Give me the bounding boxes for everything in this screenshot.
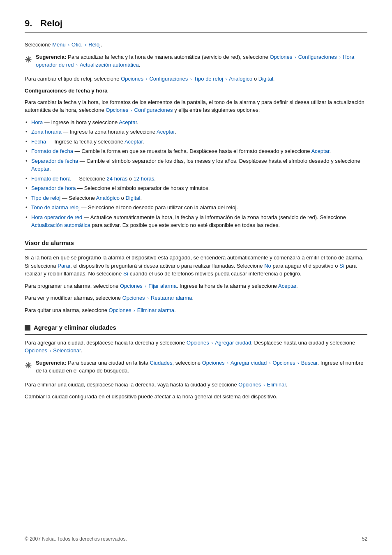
fecha-hora-desc: Para cambiar la fecha y la hora, los for… xyxy=(25,98,367,114)
fh-opciones-link[interactable]: Opciones xyxy=(106,107,128,113)
tip2-agregar-ciudad-link[interactable]: Agregar ciudad xyxy=(231,360,267,366)
nav-ofic-link[interactable]: Ofic. xyxy=(71,42,83,48)
chevron-tc-1: › xyxy=(146,76,149,81)
sep-fecha-link[interactable]: Separador de fecha xyxy=(31,158,78,164)
chevron-tip2-3: › xyxy=(297,361,300,365)
prog-opciones-link[interactable]: Opciones xyxy=(120,283,143,289)
footer: © 2007 Nokia. Todos los derechos reserva… xyxy=(25,535,367,543)
section-number: 9. xyxy=(25,16,32,30)
nav-reloj-link[interactable]: Reloj xyxy=(88,42,101,48)
chevron-ver-1: › xyxy=(147,296,150,301)
nav-intro-text: Seleccione xyxy=(25,42,52,48)
fh-configuraciones-link[interactable]: Configuraciones xyxy=(134,107,173,113)
eliminar-alarma-link[interactable]: Eliminar alarma xyxy=(137,307,174,313)
nav-menu-link[interactable]: Menú xyxy=(52,42,66,48)
eliminar-link[interactable]: Eliminar xyxy=(267,382,286,388)
tc-analogico-link[interactable]: Analógico xyxy=(229,76,252,82)
tip-box-2: ✳ Sugerencia: Para buscar una ciudad en … xyxy=(25,359,367,375)
type-change-para: Para cambiar el tipo de reloj, seleccion… xyxy=(25,75,367,83)
formato-fecha-link[interactable]: Formato de fecha xyxy=(31,148,73,154)
restaurar-alarma-link[interactable]: Restaurar alarma xyxy=(151,295,192,301)
copyright-text: © 2007 Nokia. Todos los derechos reserva… xyxy=(25,535,127,543)
zona-aceptar-link[interactable]: Aceptar xyxy=(157,129,175,135)
hora-link[interactable]: Hora xyxy=(31,119,43,125)
chevron-icon-2: › xyxy=(85,42,88,47)
agregar-title: Agregar y eliminar ciudades xyxy=(34,323,116,333)
visor-para-2: Para programar una alarma, seleccione Op… xyxy=(25,282,367,290)
section-title: Reloj xyxy=(40,16,62,30)
chevron-quitar-1: › xyxy=(134,308,136,313)
section-header: 9. Reloj xyxy=(25,16,367,33)
chevron-tip2-2: › xyxy=(269,361,272,365)
agr-opciones-link[interactable]: Opciones xyxy=(187,340,209,346)
no-link[interactable]: No xyxy=(264,263,271,269)
options-list: Hora — Ingrese la hora y seleccione Acep… xyxy=(25,118,367,229)
tip-icon-1: ✳ xyxy=(25,53,32,66)
list-item-hora: Hora — Ingrese la hora y seleccione Acep… xyxy=(25,118,367,127)
si-link-1[interactable]: Sí xyxy=(339,263,344,269)
prog-aceptar-link[interactable]: Aceptar xyxy=(278,283,296,289)
si-link-2[interactable]: Sí xyxy=(123,271,128,277)
24horas-link[interactable]: 24 horas xyxy=(107,176,128,182)
tc-opciones-link[interactable]: Opciones xyxy=(121,76,143,82)
fecha-hora-title: Configuraciones de fecha y hora xyxy=(25,87,367,95)
tipo-digital-link[interactable]: Digital xyxy=(125,195,140,201)
tip1-configuraciones-link[interactable]: Configuraciones xyxy=(298,54,337,60)
agregar-para-3: Cambiar la ciudad configurada en el disp… xyxy=(25,393,367,401)
list-item-tipo-reloj: Tipo de reloj — Seleccione Analógico o D… xyxy=(25,194,367,202)
chevron-t1-3: › xyxy=(76,62,79,67)
tip2-opciones2-link[interactable]: Opciones xyxy=(273,360,295,366)
chevron-t1-2: › xyxy=(339,55,342,60)
tip1-actualizacion-link[interactable]: Actualización automática xyxy=(80,62,139,68)
chevron-t1-1: › xyxy=(295,55,297,60)
sep-fecha-aceptar-link[interactable]: Aceptar xyxy=(31,166,49,172)
list-item-sep-hora: Separador de hora — Seleccione el símbol… xyxy=(25,184,367,192)
tip-box-1: ✳ Sugerencia: Para actualizar la fecha y… xyxy=(25,53,367,69)
tipo-reloj-link[interactable]: Tipo de reloj xyxy=(31,195,60,201)
hora-red-link[interactable]: Hora operador de red xyxy=(31,214,82,220)
fecha-aceptar-link[interactable]: Aceptar xyxy=(125,139,143,145)
fecha-link[interactable]: Fecha xyxy=(31,139,46,145)
visor-alarmas-title: Visor de alarmas xyxy=(25,238,74,248)
hora-aceptar-link[interactable]: Aceptar xyxy=(119,119,137,125)
list-item-tono-alarma: Tono de alarma reloj — Seleccione el ton… xyxy=(25,204,367,212)
tip1-opciones-link[interactable]: Opciones xyxy=(270,54,292,60)
agregar-square-icon xyxy=(25,325,30,331)
fijar-alarma-link[interactable]: Fijar alarma xyxy=(148,283,177,289)
agr-opciones2-link[interactable]: Opciones xyxy=(25,347,47,354)
list-item-formato-fecha: Formato de fecha — Cambie la forma en qu… xyxy=(25,147,367,155)
tono-alarma-link[interactable]: Tono de alarma reloj xyxy=(31,204,80,210)
formato-hora-link[interactable]: Formato de hora xyxy=(31,176,71,182)
tip-icon-2: ✳ xyxy=(25,359,32,372)
list-item-formato-hora: Formato de hora — Seleccione 24 horas o … xyxy=(25,175,367,183)
agregar-header: Agregar y eliminar ciudades xyxy=(25,323,367,335)
tip-bold-1: Sugerencia: xyxy=(36,54,66,60)
elim-opciones-link[interactable]: Opciones xyxy=(238,382,261,388)
tip2-opciones-link[interactable]: Opciones xyxy=(202,360,225,366)
tc-tipo-link[interactable]: Tipo de reloj xyxy=(194,76,223,82)
parar-link[interactable]: Parar xyxy=(58,263,70,269)
tip-text-1: Sugerencia: Para actualizar la fecha y l… xyxy=(36,53,367,69)
tip-bold-2: Sugerencia: xyxy=(36,360,66,366)
buscar-link[interactable]: Buscar xyxy=(301,360,318,366)
zona-link[interactable]: Zona horaria xyxy=(31,129,62,135)
quitar-opciones-link[interactable]: Opciones xyxy=(109,307,131,313)
sep-hora-link[interactable]: Separador de hora xyxy=(31,185,76,191)
agregar-section: Agregar y eliminar ciudades Para agregar… xyxy=(25,323,367,401)
chevron-agr-2: › xyxy=(50,348,53,353)
tc-configuraciones-link[interactable]: Configuraciones xyxy=(149,76,188,82)
subsection-fecha-hora: Configuraciones de fecha y hora Para cam… xyxy=(25,87,367,114)
formato-fecha-aceptar-link[interactable]: Aceptar xyxy=(311,148,329,154)
tc-digital-link[interactable]: Digital xyxy=(258,76,273,82)
agregar-ciudad-link[interactable]: Agregar ciudad xyxy=(215,340,251,346)
actualizacion-auto-link[interactable]: Actualización automática xyxy=(31,222,90,228)
tipo-analogico-link[interactable]: Analógico xyxy=(96,195,120,201)
chevron-prog-1: › xyxy=(145,284,148,289)
ver-opciones-link[interactable]: Opciones xyxy=(122,295,145,301)
seleccionar-link[interactable]: Seleccionar xyxy=(53,347,81,354)
12horas-link[interactable]: 12 horas xyxy=(134,176,154,182)
ciudades-link[interactable]: Ciudades xyxy=(150,360,173,366)
chevron-elim-1: › xyxy=(263,382,266,387)
list-item-hora-red: Hora operador de red — Actualice automát… xyxy=(25,213,367,229)
list-item-zona: Zona horaria — Ingrese la zona horaria y… xyxy=(25,128,367,136)
